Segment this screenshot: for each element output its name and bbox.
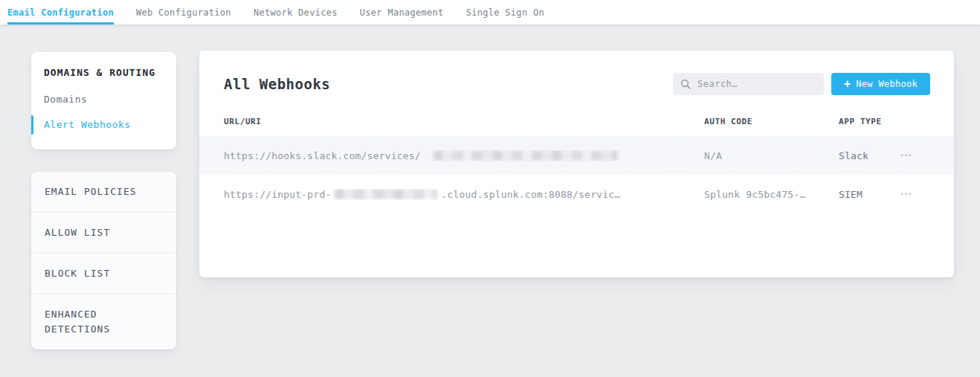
redacted-url-segment bbox=[433, 150, 618, 161]
sidebar-item-enhanced-detections[interactable]: ENHANCED DETECTIONS bbox=[31, 294, 176, 349]
top-nav: Email Configuration Web Configuration Ne… bbox=[0, 0, 980, 25]
new-webhook-button[interactable]: + New Webhook bbox=[831, 73, 930, 95]
tab-web-configuration[interactable]: Web Configuration bbox=[136, 0, 231, 25]
webhooks-panel: All Webhooks + New Webhook URL/URI AUTH … bbox=[199, 51, 954, 277]
search-box[interactable] bbox=[673, 73, 824, 95]
sidebar-item-domains[interactable]: Domains bbox=[44, 89, 164, 109]
column-header-url-uri: URL/URI bbox=[224, 117, 704, 126]
sidebar-sections-card: EMAIL POLICIES ALLOW LIST BLOCK LIST ENH… bbox=[31, 172, 176, 349]
app-type-cell: SIEM ••• bbox=[839, 188, 930, 201]
redacted-url-segment bbox=[335, 189, 437, 199]
ellipsis-icon: ••• bbox=[901, 190, 912, 198]
url-text: https://input-prd- bbox=[224, 189, 331, 200]
table-row[interactable]: https://input-prd-.cloud.splunk.com:8088… bbox=[199, 175, 954, 213]
sidebar: DOMAINS & ROUTING Domains Alert Webhooks… bbox=[31, 52, 176, 349]
ellipsis-icon: ••• bbox=[901, 152, 912, 159]
row-actions-button[interactable]: ••• bbox=[900, 149, 914, 162]
search-input[interactable] bbox=[697, 79, 816, 89]
column-header-auth-code: AUTH CODE bbox=[704, 117, 839, 126]
tab-email-configuration[interactable]: Email Configuration bbox=[7, 0, 114, 25]
page-title: All Webhooks bbox=[224, 76, 330, 92]
app-type-label: Slack bbox=[839, 150, 868, 161]
app-type-label: SIEM bbox=[839, 189, 863, 200]
page-content: DOMAINS & ROUTING Domains Alert Webhooks… bbox=[0, 25, 980, 349]
url-text: https://hooks.slack.com/services/ bbox=[224, 150, 421, 161]
plus-icon: + bbox=[844, 79, 851, 90]
column-header-app-type: APP TYPE bbox=[839, 117, 930, 126]
tab-single-sign-on[interactable]: Single Sign On bbox=[466, 0, 544, 25]
sidebar-item-email-policies[interactable]: EMAIL POLICIES bbox=[31, 172, 176, 212]
new-webhook-button-label: New Webhook bbox=[856, 79, 918, 89]
url-text-suffix: .cloud.splunk.com:8088/servic… bbox=[441, 189, 620, 200]
tab-network-devices[interactable]: Network Devices bbox=[254, 0, 338, 25]
auth-code-cell: N/A bbox=[704, 150, 839, 161]
search-icon bbox=[680, 79, 691, 89]
sidebar-item-allow-list[interactable]: ALLOW LIST bbox=[31, 212, 176, 253]
panel-actions: + New Webhook bbox=[673, 73, 930, 95]
table-row[interactable]: https://hooks.slack.com/services/ N/A Sl… bbox=[199, 136, 954, 175]
webhook-url-cell: https://hooks.slack.com/services/ bbox=[224, 150, 704, 161]
auth-code-cell: Splunk 9c5bc475-… bbox=[704, 189, 839, 200]
tab-user-management[interactable]: User Management bbox=[360, 0, 444, 25]
active-indicator-bar bbox=[31, 115, 33, 135]
app-type-cell: Slack ••• bbox=[839, 149, 930, 162]
panel-header: All Webhooks + New Webhook bbox=[224, 73, 930, 95]
domains-routing-card: DOMAINS & ROUTING Domains Alert Webhooks bbox=[31, 52, 176, 149]
table-header-row: URL/URI AUTH CODE APP TYPE bbox=[224, 117, 930, 136]
sidebar-item-block-list[interactable]: BLOCK LIST bbox=[31, 253, 176, 294]
sidebar-item-alert-webhooks[interactable]: Alert Webhooks bbox=[44, 115, 164, 135]
domains-routing-heading: DOMAINS & ROUTING bbox=[44, 67, 164, 78]
webhook-url-cell: https://input-prd-.cloud.splunk.com:8088… bbox=[224, 189, 704, 200]
sidebar-item-label: Alert Webhooks bbox=[44, 119, 131, 130]
row-actions-button[interactable]: ••• bbox=[900, 188, 914, 201]
